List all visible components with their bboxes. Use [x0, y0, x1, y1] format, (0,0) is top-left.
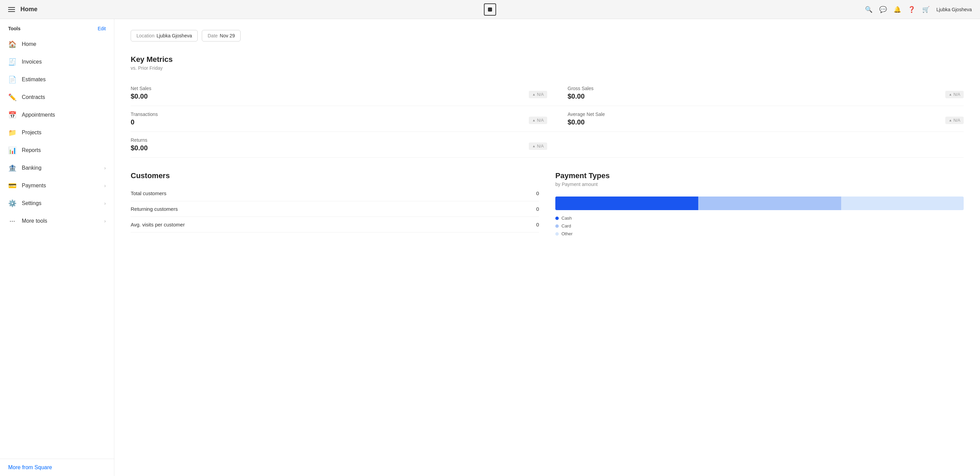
payment-types-section: Payment Types by Payment amount Cash Car…: [555, 171, 964, 238]
date-filter-val: Nov 29: [220, 33, 235, 38]
main-layout: Tools Edit 🏠 Home 🧾 Invoices 📄 Estimates…: [0, 19, 980, 476]
payment-legend-item-other: Other: [555, 230, 964, 238]
sidebar-item-label-contracts: Contracts: [22, 94, 106, 100]
payment-legend-item-cash: Cash: [555, 214, 964, 222]
sidebar-item-invoices[interactable]: 🧾 Invoices: [0, 53, 114, 71]
metric-badge: ▲ N/A: [529, 143, 547, 150]
payment-types-title: Payment Types: [555, 171, 964, 180]
legend-dot-card: [555, 224, 559, 228]
sidebar-item-appointments[interactable]: 📅 Appointments: [0, 106, 114, 124]
payment-legend: Cash Card Other: [555, 214, 964, 238]
date-filter[interactable]: Date Nov 29: [202, 30, 240, 41]
square-logo-inner: [488, 8, 492, 11]
metric-badge-text: N/A: [953, 118, 960, 123]
metric-badge-text: N/A: [537, 144, 544, 149]
chevron-icon-settings: ›: [104, 201, 106, 206]
banking-icon: 🏦: [8, 164, 16, 172]
search-icon[interactable]: 🔍: [865, 6, 872, 13]
sidebar-header: Tools Edit: [0, 19, 114, 35]
location-filter-key: Location: [137, 33, 154, 38]
metric-label: Net Sales: [130, 86, 523, 91]
legend-label-card: Card: [562, 224, 571, 228]
metric-cell-returns: Returns $0.00 ▲ N/A: [130, 132, 547, 158]
customers-row: Avg. visits per customer 0: [130, 217, 539, 233]
sidebar-item-label-settings: Settings: [22, 200, 99, 206]
help-icon[interactable]: ❓: [908, 6, 915, 13]
sidebar-item-more-tools[interactable]: ··· More tools ›: [0, 212, 114, 230]
bell-icon[interactable]: 🔔: [894, 6, 901, 13]
user-name[interactable]: Ljubka Gjosheva: [937, 7, 972, 12]
metric-badge-arrow: ▲: [532, 118, 536, 122]
sidebar-item-reports[interactable]: 📊 Reports: [0, 141, 114, 159]
key-metrics-title: Key Metrics: [130, 55, 964, 64]
metric-badge: ▲ N/A: [945, 117, 964, 124]
sidebar-item-settings[interactable]: ⚙️ Settings ›: [0, 195, 114, 212]
metric-cell-transactions: Transactions 0 ▲ N/A: [130, 106, 547, 132]
sidebar-item-estimates[interactable]: 📄 Estimates: [0, 71, 114, 89]
metric-badge-arrow: ▲: [532, 144, 536, 148]
sidebar: Tools Edit 🏠 Home 🧾 Invoices 📄 Estimates…: [0, 19, 115, 476]
metric-badge-arrow: ▲: [532, 92, 536, 96]
legend-label-cash: Cash: [562, 216, 572, 221]
sidebar-item-label-payments: Payments: [22, 182, 99, 189]
chat-icon[interactable]: 💬: [879, 6, 887, 13]
hamburger-menu[interactable]: [8, 7, 15, 12]
chevron-icon-payments: ›: [104, 183, 106, 188]
customers-row-label: Total customers: [130, 190, 166, 196]
customers-row: Returning customers 0: [130, 201, 539, 217]
legend-label-other: Other: [562, 231, 573, 236]
chevron-icon-more-tools: ›: [104, 218, 106, 224]
metric-badge-arrow: ▲: [949, 92, 952, 96]
estimates-icon: 📄: [8, 76, 16, 84]
metric-cell-empty: [547, 132, 964, 158]
sidebar-item-label-appointments: Appointments: [22, 112, 106, 118]
settings-icon: ⚙️: [8, 199, 16, 208]
invoices-icon: 🧾: [8, 58, 16, 66]
payment-bar-seg-other: [841, 197, 964, 210]
metric-cell-average-net-sale: Average Net Sale $0.00 ▲ N/A: [547, 106, 964, 132]
cart-icon[interactable]: 🛒: [922, 6, 930, 13]
customers-row-value: 0: [536, 190, 539, 196]
date-filter-key: Date: [208, 33, 218, 38]
more-from-square-button[interactable]: More from Square: [8, 465, 52, 471]
metric-badge: ▲ N/A: [529, 117, 547, 124]
payment-bar: [555, 197, 964, 210]
sidebar-item-banking[interactable]: 🏦 Banking ›: [0, 159, 114, 177]
sidebar-edit-button[interactable]: Edit: [98, 26, 106, 31]
two-col-section: Customers Total customers 0 Returning cu…: [130, 171, 964, 238]
sidebar-item-home[interactable]: 🏠 Home: [0, 35, 114, 53]
sidebar-nav: 🏠 Home 🧾 Invoices 📄 Estimates ✏️ Contrac…: [0, 35, 114, 459]
filter-bar: Location Ljubka Gjosheva Date Nov 29: [130, 30, 964, 41]
top-nav: Home 🔍 💬 🔔 ❓ 🛒 Ljubka Gjosheva: [0, 0, 980, 19]
sidebar-item-label-more-tools: More tools: [22, 218, 99, 224]
sidebar-item-payments[interactable]: 💳 Payments ›: [0, 177, 114, 195]
customers-row-value: 0: [536, 206, 539, 212]
sidebar-item-label-reports: Reports: [22, 147, 106, 153]
sidebar-item-projects[interactable]: 📁 Projects: [0, 124, 114, 141]
payments-icon: 💳: [8, 182, 16, 190]
metric-value: 0: [130, 118, 523, 126]
projects-icon: 📁: [8, 129, 16, 137]
metric-value: $0.00: [130, 144, 523, 152]
customers-row-label: Returning customers: [130, 206, 178, 212]
metrics-grid: Net Sales $0.00 ▲ N/A Gross Sales $0.00 …: [130, 80, 964, 158]
metric-label: Transactions: [130, 111, 523, 117]
location-filter[interactable]: Location Ljubka Gjosheva: [130, 30, 198, 41]
customers-table: Total customers 0 Returning customers 0 …: [130, 186, 539, 233]
payment-types-subtitle: by Payment amount: [555, 182, 964, 187]
customers-row-value: 0: [536, 222, 539, 227]
reports-icon: 📊: [8, 146, 16, 154]
metric-badge: ▲ N/A: [529, 91, 547, 98]
appointments-icon: 📅: [8, 111, 16, 119]
sidebar-item-label-estimates: Estimates: [22, 76, 106, 83]
sidebar-item-label-invoices: Invoices: [22, 59, 106, 65]
location-filter-val: Ljubka Gjosheva: [156, 33, 192, 38]
square-logo[interactable]: [484, 3, 496, 16]
payment-bar-seg-cash: [555, 197, 698, 210]
home-icon: 🏠: [8, 40, 16, 48]
sidebar-item-contracts[interactable]: ✏️ Contracts: [0, 89, 114, 106]
metric-badge-text: N/A: [537, 118, 544, 123]
sidebar-item-label-banking: Banking: [22, 165, 99, 171]
payment-bar-seg-card: [698, 197, 841, 210]
metric-badge-text: N/A: [537, 92, 544, 97]
